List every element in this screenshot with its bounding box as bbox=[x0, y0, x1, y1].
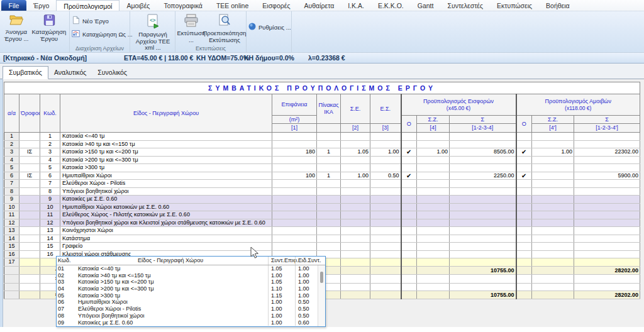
cell-es[interactable] bbox=[370, 227, 401, 235]
cell-ika[interactable] bbox=[317, 140, 341, 148]
ribbon-tab-εκτυπώσεις[interactable]: Εκτυπώσεις bbox=[490, 0, 539, 11]
cell-check-contrib[interactable] bbox=[401, 235, 417, 243]
cell-sz4[interactable] bbox=[417, 235, 450, 243]
cell-area[interactable]: 180 bbox=[272, 148, 317, 157]
cell-area[interactable] bbox=[272, 243, 317, 251]
dropdown-option-09[interactable]: 09Κατοικίες με Σ.Ε. 0.601.000.60 bbox=[57, 319, 325, 326]
cell-es[interactable] bbox=[370, 164, 401, 172]
cell-es[interactable] bbox=[370, 258, 401, 267]
cell-floor[interactable] bbox=[19, 156, 40, 164]
cell-floor[interactable] bbox=[19, 133, 40, 141]
cell-se[interactable] bbox=[341, 180, 370, 188]
cell-sz4[interactable] bbox=[417, 187, 450, 196]
cell-es[interactable] bbox=[370, 250, 401, 258]
ribbon-tab-gantt[interactable]: Gantt bbox=[411, 0, 441, 11]
cell-es[interactable]: 0.50 bbox=[370, 172, 401, 180]
cell-se[interactable] bbox=[341, 196, 370, 204]
cell-check-fees[interactable] bbox=[516, 187, 532, 196]
cell-check-fees[interactable] bbox=[516, 227, 532, 235]
cell-se[interactable] bbox=[341, 164, 370, 172]
cell-se[interactable] bbox=[341, 235, 370, 243]
cell-check-contrib[interactable]: ✔ bbox=[401, 172, 417, 180]
ribbon-tab-αυθαίρετα[interactable]: Αυθαίρετα bbox=[297, 0, 341, 11]
cell-check-contrib[interactable] bbox=[401, 243, 417, 251]
cell-se[interactable] bbox=[341, 187, 370, 196]
cell-sz4[interactable] bbox=[417, 250, 450, 258]
cell-code[interactable]: 15 bbox=[40, 243, 60, 251]
dropdown-option-01[interactable]: 01Κατοικία <=40 τμ1.051.00 bbox=[57, 265, 325, 272]
cell-desc[interactable]: Υπόγειοι βοηθητικοί χώροι bbox=[60, 187, 272, 196]
cell-check-contrib[interactable] bbox=[401, 187, 417, 196]
cell-es[interactable] bbox=[370, 156, 401, 164]
cell-sz4p[interactable] bbox=[532, 235, 574, 243]
cell-se[interactable] bbox=[341, 258, 370, 267]
cell-es[interactable] bbox=[370, 196, 401, 204]
cell-ika[interactable] bbox=[317, 180, 341, 188]
cell-area[interactable] bbox=[272, 211, 317, 219]
cell-check-contrib[interactable] bbox=[401, 219, 417, 227]
cell-sz4[interactable] bbox=[417, 180, 450, 188]
cell-se[interactable]: 1.05 bbox=[341, 148, 370, 157]
cell-code[interactable]: 11 bbox=[40, 211, 60, 219]
cell-area[interactable] bbox=[272, 235, 317, 243]
cell-ika[interactable] bbox=[317, 196, 341, 204]
dropdown-scrollbar-thumb[interactable] bbox=[320, 272, 323, 283]
cell-ika[interactable] bbox=[317, 133, 341, 141]
cell-check-contrib[interactable] bbox=[401, 164, 417, 172]
cell-ika[interactable] bbox=[317, 164, 341, 172]
cell-check-fees[interactable]: ✔ bbox=[516, 172, 532, 180]
cell-sz4[interactable] bbox=[417, 164, 450, 172]
ribbon-tab-βοήθεια[interactable]: Βοήθεια bbox=[539, 0, 577, 11]
cell-desc[interactable]: Κοινόχρηστοι Χώροι bbox=[60, 227, 272, 235]
cell-check-fees[interactable] bbox=[516, 250, 532, 258]
cell-sz4[interactable] bbox=[417, 196, 450, 204]
cell-ika[interactable] bbox=[317, 227, 341, 235]
open-project-button[interactable]: Άνοιγμα Έργου ... bbox=[2, 13, 31, 43]
cell-sz4p[interactable] bbox=[532, 140, 574, 148]
cell-area[interactable] bbox=[272, 180, 317, 188]
cell-sz4p[interactable] bbox=[532, 250, 574, 258]
cell-se[interactable] bbox=[341, 211, 370, 219]
cell-code[interactable]: 5 bbox=[40, 164, 60, 172]
cell-desc[interactable]: Κατοικία >300 τμ bbox=[60, 164, 272, 172]
ribbon-tab-ι-κ-α-[interactable]: Ι.Κ.Α. bbox=[341, 0, 371, 11]
dropdown-scrollbar[interactable] bbox=[318, 265, 325, 326]
dropdown-option-04[interactable]: 04Κατοικία >200 τμ και <=300 τμ1.101.00 bbox=[57, 285, 325, 292]
cell-check-fees[interactable] bbox=[516, 203, 532, 211]
cell-sz4[interactable]: 1.00 bbox=[417, 148, 450, 157]
cell-code[interactable]: 14 bbox=[40, 235, 60, 243]
dropdown-option-02[interactable]: 02Κατοικία >40 τμ και <=150 τμ1.001.00 bbox=[57, 272, 325, 279]
cell-sz4p[interactable] bbox=[532, 172, 574, 180]
cell-ika[interactable] bbox=[317, 219, 341, 227]
cell-ika[interactable]: 1 bbox=[317, 148, 341, 157]
cell-floor[interactable]: ΙΣ bbox=[19, 148, 40, 157]
cell-floor[interactable]: ΙΣ bbox=[19, 172, 40, 180]
cell-check-fees[interactable] bbox=[516, 258, 532, 267]
cell-sz4[interactable] bbox=[417, 227, 450, 235]
cell-sz4p[interactable] bbox=[532, 203, 574, 211]
cell-es[interactable] bbox=[370, 211, 401, 219]
save-as-button[interactable]: Καταχώρηση Ως ... bbox=[72, 30, 128, 39]
dropdown-option-08[interactable]: 08Υπόγειοι βοηθητικοί χώροι1.000.50 bbox=[57, 313, 325, 319]
cell-check-contrib[interactable] bbox=[401, 211, 417, 219]
ribbon-tab-τοπογραφικά[interactable]: Τοπογραφικά bbox=[157, 0, 209, 11]
cell-sz4[interactable] bbox=[417, 219, 450, 227]
cell-ika[interactable] bbox=[317, 243, 341, 251]
dropdown-option-07[interactable]: 07Ελεύθεροι Χώροι - Pilotis1.000.50 bbox=[57, 306, 325, 313]
cell-ika[interactable]: 1 bbox=[317, 172, 341, 180]
cell-desc[interactable]: Ημιυπαίθριοι Χώροι bbox=[60, 172, 272, 180]
cell-check-fees[interactable] bbox=[516, 133, 532, 141]
cell-code[interactable]: 6 bbox=[40, 172, 60, 180]
cell-check-contrib[interactable] bbox=[401, 156, 417, 164]
cell-code[interactable]: 9 bbox=[40, 196, 60, 204]
cell-check-fees[interactable] bbox=[516, 196, 532, 204]
cell-check-contrib[interactable] bbox=[401, 133, 417, 141]
cell-desc[interactable]: Ελεύθεροι Χώροι - Pilotis bbox=[60, 180, 272, 188]
cell-check-contrib[interactable] bbox=[401, 203, 417, 211]
print-preview-button[interactable]: Προεπισκόπηση Εκτύπωσης bbox=[205, 13, 244, 45]
cell-check-fees[interactable] bbox=[516, 156, 532, 164]
cell-floor[interactable] bbox=[19, 196, 40, 204]
cell-ika[interactable] bbox=[317, 187, 341, 196]
cell-ika[interactable] bbox=[317, 211, 341, 219]
ribbon-tab-εισφορές[interactable]: Εισφορές bbox=[255, 0, 297, 11]
